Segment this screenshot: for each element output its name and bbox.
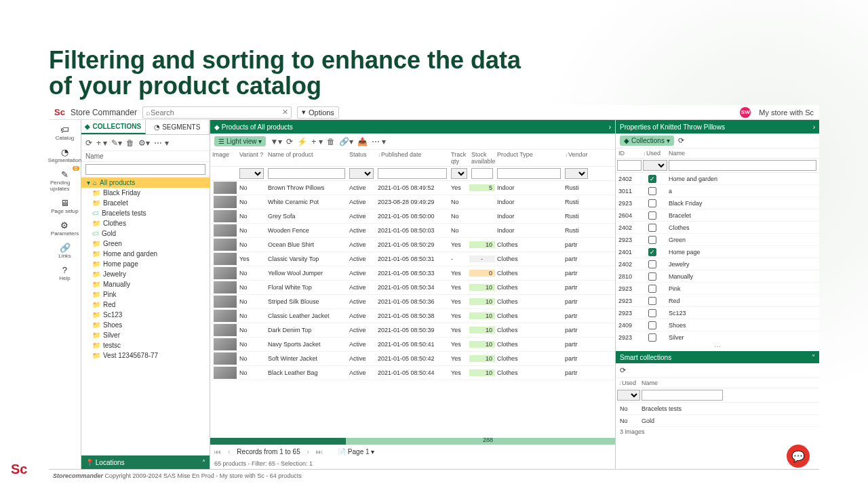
table-row[interactable]: NoNavy Sports JacketActive2021-01-05 08:… [210,338,615,352]
property-row[interactable]: 2402Clothes [616,222,819,234]
checkbox[interactable] [648,211,656,220]
more-icon[interactable]: ⋯ ▾ [154,138,168,148]
checkbox[interactable] [648,199,656,207]
tree-item[interactable]: 📁Clothes [81,218,210,228]
next-page-icon[interactable]: › [307,448,309,455]
iconbar-pending-updates[interactable]: ✎Pending updates0 [49,167,81,193]
bolt-icon[interactable]: ⚡ [297,137,307,146]
property-row[interactable]: 2810Manually [616,270,819,283]
filter-vendor[interactable] [565,168,588,179]
clear-icon[interactable]: ✕ [282,108,288,117]
tree-filter-input[interactable] [85,164,205,175]
table-row[interactable]: NoYellow Wool JumperActive2021-01-05 08:… [210,266,615,281]
user-avatar[interactable]: SW [740,107,751,118]
collections-chip[interactable]: ◆ Collections ▾ [620,136,674,146]
checkbox[interactable] [648,309,656,317]
tree-item[interactable]: 📁Pink [81,289,210,300]
tree-item[interactable]: 📁testsc [81,340,210,350]
table-row[interactable]: NoBlack Leather BagActive2021-01-05 08:5… [210,366,615,380]
filter-track[interactable] [451,168,467,179]
property-row[interactable]: 2409Shoes [616,319,819,331]
tree-item[interactable]: 📁Home and garden [81,249,210,259]
table-row[interactable]: NoClassic Leather JacketActive2021-01-05… [210,309,615,323]
checkbox[interactable] [648,187,656,195]
table-row[interactable]: NoOcean Blue ShirtActive2021-01-05 08:50… [210,238,615,252]
checkbox[interactable] [648,272,656,281]
checkbox[interactable] [648,297,656,305]
light-view-button[interactable]: ☰ Light view ▾ [214,136,266,146]
iconbar-page-setup[interactable]: 🖥Page setup [50,196,79,216]
iconbar-links[interactable]: 🔗Links [57,241,73,260]
checkbox[interactable] [648,260,656,268]
horizontal-scrollbar[interactable]: 288 [210,438,615,445]
tree-root[interactable]: ▾⌂All products [81,178,210,188]
property-row[interactable]: 2401✓Home page [616,246,819,258]
refresh-icon[interactable]: ⟳ [678,136,684,145]
options-button[interactable]: ▾ Options [297,106,339,119]
export-icon[interactable]: 📤 [357,137,368,146]
property-row[interactable]: 2402✓Home and garden [616,173,819,185]
iconbar-catalog[interactable]: 🏷Catalog [54,123,76,142]
table-row[interactable]: NoDark Denim TopActive2021-01-05 08:50:3… [210,323,615,338]
filter-used[interactable] [643,160,667,171]
checkbox[interactable] [648,333,656,342]
filter-type[interactable] [497,168,561,179]
tree-item[interactable]: 🏷Bracelets tests [81,208,210,218]
edit-icon[interactable]: ✎▾ [111,138,122,148]
filter-stock[interactable] [471,168,493,179]
add-icon[interactable]: + ▾ [311,137,322,146]
table-row[interactable]: NoStriped Silk BlouseActive2021-01-05 08… [210,295,615,309]
property-row[interactable]: 3011a [616,185,819,197]
checkbox[interactable] [648,321,656,329]
filter-pname[interactable] [669,160,816,171]
iconbar-segmentation[interactable]: ◔Segmentation [47,145,83,165]
tab-collections[interactable]: ◆COLLECTIONS [81,120,146,134]
trash-icon[interactable]: 🗑 [126,138,134,148]
iconbar-parameters[interactable]: ⚙Parameters [50,218,80,238]
search-box[interactable]: ⌕ ✕ [142,106,292,119]
checkbox[interactable]: ✓ [648,248,656,256]
filter-published[interactable] [378,168,447,179]
iconbar-help[interactable]: ?Help [58,263,71,283]
tab-segments[interactable]: ◔SEGMENTS [146,120,210,134]
smart-collections-header[interactable]: Smart collections ˅ [616,351,819,363]
tree-item[interactable]: 🏷Gold [81,228,210,239]
filter-icon[interactable]: ▼▾ [270,137,282,146]
table-row[interactable]: NoSoft Winter JacketActive2021-01-05 08:… [210,352,615,366]
prev-page-icon[interactable]: ‹ [228,448,230,455]
gear-icon[interactable]: ⚙▾ [138,138,150,148]
table-row[interactable]: YesClassic Varsity TopActive2021-01-05 0… [210,252,615,266]
property-row[interactable]: 2923Pink [616,283,819,295]
filter-smart-name[interactable] [642,390,723,401]
property-row[interactable]: 2923Sc123 [616,307,819,319]
smart-row[interactable]: NoBracelets tests [616,403,819,415]
property-row[interactable]: 2923Red [616,295,819,307]
table-row[interactable]: NoGrey SofaActive2021-01-05 08:50:00NoIn… [210,209,615,224]
tree-item[interactable]: 📁Sc123 [81,310,210,320]
property-row[interactable]: 2923Silver [616,331,819,342]
add-icon[interactable]: + ▾ [96,138,107,148]
table-row[interactable]: NoWooden FenceActive2021-01-05 08:50:03N… [210,224,615,238]
filter-smart-used[interactable] [617,390,640,401]
checkbox[interactable] [648,224,656,232]
filter-status[interactable] [349,168,374,179]
property-row[interactable]: 2923Green [616,234,819,246]
checkbox[interactable] [648,285,656,293]
tree-item[interactable]: 📁Vest 12345678-77 [81,350,210,361]
chat-button[interactable]: 💬 [787,445,810,468]
locations-bar[interactable]: 📍 Locations ˄ [81,455,210,469]
filter-variant[interactable] [239,168,264,179]
refresh-icon[interactable]: ⟳ [286,137,293,146]
chevron-right-icon[interactable]: › [813,123,815,131]
search-input[interactable] [151,108,282,117]
trash-icon[interactable]: 🗑 [327,137,335,146]
tree-item[interactable]: 📁Silver [81,330,210,340]
link-icon[interactable]: 🔗▾ [339,137,353,146]
property-row[interactable]: 2604Bracelet [616,209,819,222]
tree-item[interactable]: 📁Jewelry [81,269,210,279]
table-row[interactable]: NoBrown Throw PillowsActive2021-01-05 08… [210,181,615,195]
first-page-icon[interactable]: ⏮ [214,448,221,455]
tree-item[interactable]: 📁Shoes [81,320,210,330]
last-page-icon[interactable]: ⏭ [316,448,323,455]
refresh-icon[interactable]: ⟳ [85,138,92,148]
